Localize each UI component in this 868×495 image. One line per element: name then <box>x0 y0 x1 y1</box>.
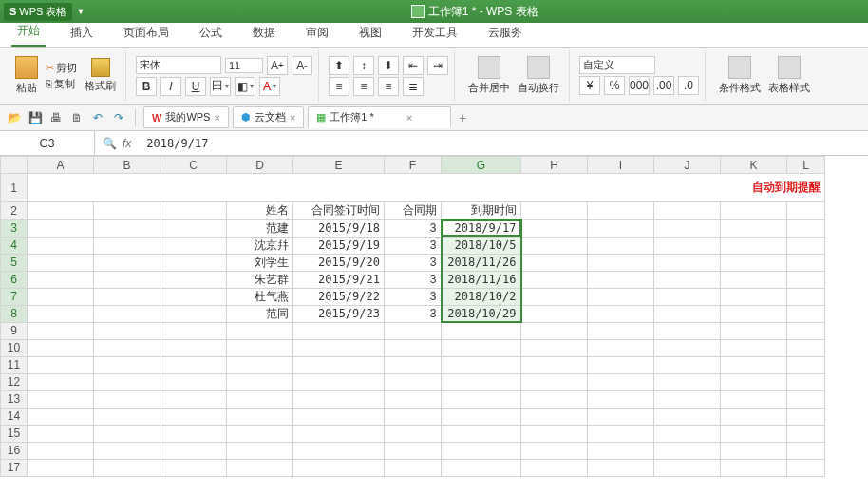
cell-B11[interactable] <box>94 356 160 373</box>
cell-E16[interactable] <box>293 442 385 459</box>
cell-K9[interactable] <box>721 322 787 339</box>
cell-L7[interactable] <box>787 288 825 305</box>
cell-H15[interactable] <box>521 425 588 442</box>
cell-G2[interactable]: 到期时间 <box>442 202 521 220</box>
cell-H2[interactable] <box>521 202 588 220</box>
number-format-select[interactable]: 自定义 <box>579 56 655 74</box>
cell-E12[interactable] <box>293 373 385 390</box>
increase-decimal-button[interactable]: .00 <box>653 76 674 95</box>
cell-J5[interactable] <box>654 254 721 271</box>
menu-insert[interactable]: 插入 <box>65 21 99 47</box>
fill-color-button[interactable]: ◧▾ <box>235 77 255 96</box>
cell-D16[interactable] <box>227 442 293 459</box>
cell-I9[interactable] <box>588 322 654 339</box>
cell-A11[interactable] <box>28 356 94 373</box>
align-justify-button[interactable]: ≣ <box>403 77 424 96</box>
app-logo[interactable]: WPS 表格 <box>4 3 72 21</box>
cell-D13[interactable] <box>227 390 293 408</box>
row-header-15[interactable]: 15 <box>1 425 28 442</box>
cell-D15[interactable] <box>227 425 293 442</box>
cell-A14[interactable] <box>28 408 94 425</box>
currency-button[interactable]: ¥ <box>579 76 600 95</box>
cell-I6[interactable] <box>588 271 654 288</box>
cell-C15[interactable] <box>160 425 227 442</box>
col-header-A[interactable]: A <box>28 157 94 174</box>
row-header-17[interactable]: 17 <box>1 459 28 476</box>
cell-I8[interactable] <box>588 305 654 322</box>
cell-J7[interactable] <box>654 288 721 305</box>
cell-F5[interactable]: 3 <box>385 254 442 271</box>
cell-G13[interactable] <box>442 390 521 408</box>
cell-K3[interactable] <box>721 219 787 237</box>
cell-H8[interactable] <box>521 305 588 322</box>
cell-J9[interactable] <box>654 322 721 339</box>
cell-A3[interactable] <box>28 219 94 237</box>
cell-G5[interactable]: 2018/11/26 <box>442 254 521 271</box>
spreadsheet-grid[interactable]: ABCDEFGHIJKL1自动到期提醒2姓名合同签订时间合同期到期时间3范建20… <box>0 156 868 477</box>
menu-formula[interactable]: 公式 <box>194 21 228 47</box>
cell-E3[interactable]: 2015/9/18 <box>293 219 385 237</box>
cell-D17[interactable] <box>227 459 293 476</box>
cell-G4[interactable]: 2018/10/5 <box>442 237 521 254</box>
cell-C13[interactable] <box>160 390 227 408</box>
cell-F17[interactable] <box>385 459 442 476</box>
cell-F8[interactable]: 3 <box>385 305 442 322</box>
cell-E15[interactable] <box>293 425 385 442</box>
cell-C3[interactable] <box>160 219 227 237</box>
cell-C17[interactable] <box>160 459 227 476</box>
cell-B6[interactable] <box>94 271 160 288</box>
align-left-button[interactable]: ≡ <box>329 77 349 96</box>
cell-I5[interactable] <box>588 254 654 271</box>
row-header-1[interactable]: 1 <box>1 174 28 202</box>
cell-J17[interactable] <box>654 459 721 476</box>
col-header-B[interactable]: B <box>94 157 160 174</box>
cell-G12[interactable] <box>442 373 521 390</box>
font-color-button[interactable]: A▾ <box>259 77 280 96</box>
cell-K11[interactable] <box>721 356 787 373</box>
cell-H16[interactable] <box>521 442 588 459</box>
cell-J3[interactable] <box>654 219 721 237</box>
cell-E9[interactable] <box>293 322 385 339</box>
print-preview-icon[interactable]: 🗎 <box>68 109 85 126</box>
cell-A17[interactable] <box>28 459 94 476</box>
cell-A10[interactable] <box>28 339 94 356</box>
cell-C8[interactable] <box>160 305 227 322</box>
close-icon[interactable]: × <box>406 112 412 124</box>
cell-J2[interactable] <box>654 202 721 220</box>
cell-C7[interactable] <box>160 288 227 305</box>
indent-decrease-button[interactable]: ⇤ <box>403 56 424 75</box>
cell-B5[interactable] <box>94 254 160 271</box>
cell-G15[interactable] <box>442 425 521 442</box>
cell-A5[interactable] <box>28 254 94 271</box>
menu-view[interactable]: 视图 <box>353 21 387 47</box>
row-header-9[interactable]: 9 <box>1 322 28 339</box>
cell-C6[interactable] <box>160 271 227 288</box>
font-size-select[interactable]: 11 <box>225 58 263 73</box>
cell-A4[interactable] <box>28 237 94 254</box>
cell-J11[interactable] <box>654 356 721 373</box>
cell-K2[interactable] <box>721 202 787 220</box>
cell-F3[interactable]: 3 <box>385 219 442 237</box>
cell-F12[interactable] <box>385 373 442 390</box>
cell-E8[interactable]: 2015/9/23 <box>293 305 385 322</box>
cell-D4[interactable]: 沈京幷 <box>227 237 293 254</box>
row-header-2[interactable]: 2 <box>1 202 28 220</box>
cell-J10[interactable] <box>654 339 721 356</box>
cell-B3[interactable] <box>94 219 160 237</box>
row-header-6[interactable]: 6 <box>1 271 28 288</box>
cell-B12[interactable] <box>94 373 160 390</box>
cell-G3[interactable]: 2018/9/17 <box>442 219 521 237</box>
cell-D14[interactable] <box>227 408 293 425</box>
merge-center-button[interactable]: 合并居中 <box>464 54 514 97</box>
cell-F11[interactable] <box>385 356 442 373</box>
cell-H4[interactable] <box>521 237 588 254</box>
tab-mywps[interactable]: W 我的WPS × <box>143 106 229 128</box>
cell-D8[interactable]: 范同 <box>227 305 293 322</box>
cell-G7[interactable]: 2018/10/2 <box>442 288 521 305</box>
align-center-button[interactable]: ≡ <box>353 77 374 96</box>
cell-F4[interactable]: 3 <box>385 237 442 254</box>
row-header-4[interactable]: 4 <box>1 237 28 254</box>
close-icon[interactable]: × <box>214 112 219 124</box>
paste-button[interactable]: 粘贴 <box>11 54 42 97</box>
row-header-12[interactable]: 12 <box>1 373 28 390</box>
